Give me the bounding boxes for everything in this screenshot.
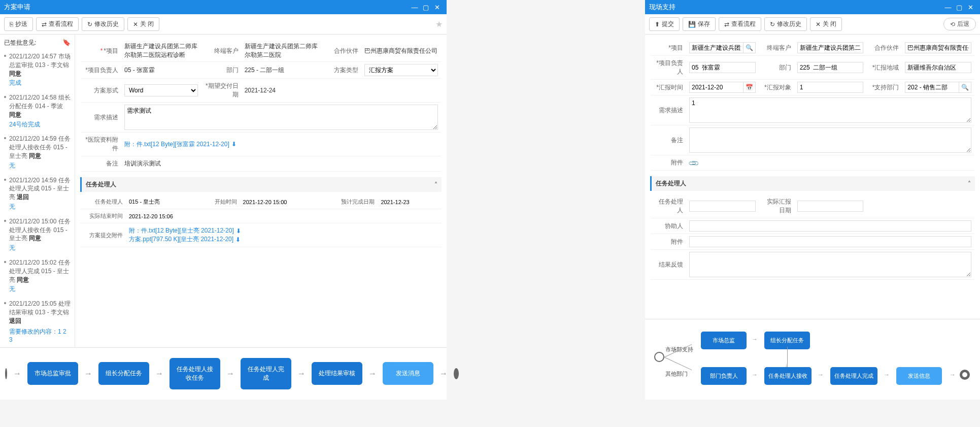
history-link[interactable]: 无	[9, 203, 71, 211]
star-icon[interactable]: ★	[435, 19, 443, 29]
minimize-icon[interactable]: —	[409, 4, 420, 11]
minimize-icon[interactable]: —	[942, 4, 954, 11]
history-item: 2021/12/20 15:05 处理结果审核 013 - 李文锦 退回	[4, 298, 71, 327]
chevron-up-icon[interactable]: ˄	[434, 181, 437, 188]
plan-apply-window: 方案申请 — ▢ ✕ ⎘抄送 ⇄查看流程 ↻修改历史 ✕关 闭 ★ 已签批意见:…	[0, 0, 447, 400]
maximize-icon[interactable]: ▢	[420, 4, 431, 11]
handler-section-header[interactable]: 任务处理人 ˄	[80, 177, 442, 192]
flow-node[interactable]: 任务处理人接收任务	[170, 358, 220, 389]
history-link[interactable]: 24号给完成	[9, 120, 71, 129]
flow-node[interactable]: 任务处理人完成	[241, 358, 291, 389]
history-item: 2021/12/20 14:59 任务处理人完成 015 - 皇士亮 退回无	[4, 174, 71, 215]
calendar-icon[interactable]: 📅	[744, 82, 756, 93]
close-icon[interactable]: ✕	[431, 4, 443, 11]
history-item: 2021/12/20 15:02 任务处理人完成 015 - 皇士亮 同意无	[4, 256, 71, 298]
title-bar: 现场支持 — ▢ ✕	[645, 0, 980, 14]
history-link[interactable]: 无	[9, 161, 71, 170]
close-button[interactable]: ✕关 闭	[127, 17, 159, 31]
report-target-input[interactable]	[797, 82, 864, 93]
maximize-icon[interactable]: ▢	[954, 4, 965, 11]
hosp-attachment-link[interactable]: 附：件.txt[12 Byte][张富霖 2021-12-20] ⬇	[124, 140, 236, 149]
view-flow-button[interactable]: ⇄查看流程	[36, 17, 79, 31]
handler-section-header[interactable]: 任务处理人 ˄	[650, 176, 975, 191]
plan-type-select[interactable]: 汇报方案	[364, 64, 438, 76]
project-value: 新疆生产建设兵团第二师库尔勒第二医院远程诊断	[124, 42, 198, 59]
feedback-textarea[interactable]	[689, 252, 971, 277]
flow-start-icon	[654, 352, 664, 362]
submit-attachment-2[interactable]: 方案.ppt[797.50 K][皇士亮 2021-12-20] ⬇	[129, 235, 241, 244]
search-icon[interactable]: 🔍	[744, 42, 756, 53]
close-button[interactable]: ✕关 闭	[810, 17, 842, 31]
end-customer-input[interactable]	[797, 42, 864, 53]
bookmark-icon[interactable]: 🔖	[62, 39, 71, 46]
close-x-icon: ✕	[133, 21, 138, 28]
toolbar: ⎘抄送 ⇄查看流程 ↻修改历史 ✕关 闭 ★	[0, 14, 447, 35]
chevron-up-icon[interactable]: ˄	[968, 180, 971, 187]
owner-input[interactable]	[689, 62, 756, 73]
flow-node[interactable]: 任务处理人完成	[830, 367, 877, 385]
assist-input[interactable]	[689, 220, 971, 232]
history-item: 2021/12/20 14:57 市场总监审批 013 - 李文锦 同意完成	[4, 50, 71, 91]
save-button[interactable]: 💾保存	[683, 17, 716, 31]
download-icon[interactable]: ⬇	[231, 141, 236, 148]
cc-button[interactable]: ⎘抄送	[4, 17, 33, 31]
flow-node[interactable]: 组长分配任务	[98, 362, 149, 385]
region-input[interactable]	[905, 62, 971, 73]
history-link[interactable]: 完成	[9, 79, 71, 87]
dept-value: 225 - 二部一组	[245, 66, 285, 75]
history-item: 2021/12/20 15:00 任务处理人接收任务 015 - 皇士亮 同意无	[4, 215, 71, 256]
handler-input[interactable]	[689, 201, 756, 212]
attach2-input[interactable]	[689, 236, 971, 247]
history-link[interactable]: 无	[9, 244, 71, 252]
project-input[interactable]	[689, 42, 744, 53]
submit-attachment-1[interactable]: 附：件.txt[12 Byte][皇士亮 2021-12-20] ⬇	[129, 226, 241, 235]
download-icon[interactable]: ⬇	[236, 227, 241, 235]
partner-value: 巴州惠康商贸有限责任公司	[364, 47, 437, 55]
flow-node[interactable]: 市场总监审批	[27, 362, 78, 385]
history-link[interactable]: 无	[9, 285, 71, 293]
req-desc-textarea[interactable]: 1	[689, 97, 971, 123]
flow-node[interactable]: 部门负责人	[701, 367, 747, 385]
owner-value: 05 - 张富霖	[124, 66, 155, 75]
flow-end-icon	[960, 370, 970, 380]
attach-icon[interactable]: 📎	[688, 157, 699, 169]
save-icon: 💾	[688, 21, 696, 28]
remarks-textarea[interactable]	[689, 127, 971, 153]
window-title: 方案申请	[4, 3, 409, 12]
actual-end-value: 2021-12-20 15:06	[126, 209, 442, 223]
flow-node-active[interactable]: 发送信息	[896, 367, 942, 385]
flow-node[interactable]: 任务处理人接收	[764, 367, 812, 385]
download-icon[interactable]: ⬇	[235, 236, 241, 243]
history-item: 2021/12/20 14:58 组长分配任务 014 - 季波 同意24号给完…	[4, 91, 71, 133]
format-select[interactable]: Word	[124, 84, 198, 96]
search-icon[interactable]: 🔍	[959, 82, 971, 93]
close-icon[interactable]: ✕	[965, 4, 976, 11]
upload-icon: ⬆	[655, 21, 660, 28]
history-button[interactable]: ↻修改历史	[764, 17, 807, 31]
support-dept-input[interactable]	[905, 82, 959, 93]
back-button[interactable]: ⟲后退	[943, 18, 976, 30]
flow-node[interactable]: 市场总监	[701, 332, 747, 349]
arrow-icon: →	[11, 369, 23, 378]
req-desc-textarea[interactable]: 需求测试	[124, 105, 438, 130]
remarks-value: 培训演示测试	[124, 159, 161, 168]
share-icon: ⎘	[10, 21, 13, 28]
actual-report-input[interactable]	[797, 201, 864, 212]
view-flow-button[interactable]: ⇄查看流程	[719, 17, 761, 31]
flow-node[interactable]: 处理结果审核	[312, 362, 362, 385]
flow-start-icon	[5, 368, 7, 379]
submit-button[interactable]: ⬆提交	[649, 17, 680, 31]
report-time-input[interactable]	[689, 82, 744, 93]
history-item: 2021/12/20 14:59 任务处理人接收任务 015 - 皇士亮 同意无	[4, 133, 71, 174]
approval-sidebar: 已签批意见:🔖 2021/12/20 14:57 市场总监审批 013 - 李文…	[0, 35, 75, 347]
dept-input[interactable]	[797, 62, 864, 73]
flow-node-active[interactable]: 发送消息	[383, 362, 433, 385]
flow-diagram: → 市场总监审批 → 组长分配任务 → 任务处理人接收任务 → 任务处理人完成 …	[0, 347, 447, 400]
form-main: **项目 新疆生产建设兵团第二师库尔勒第二医院远程诊断 终端客户 新疆生产建设兵…	[75, 35, 447, 347]
close-x-icon: ✕	[816, 21, 821, 28]
window-title: 现场支持	[649, 3, 942, 12]
history-button[interactable]: ↻修改历史	[82, 17, 124, 31]
partner-input[interactable]	[905, 42, 971, 53]
flow-label: 其他部门	[665, 370, 688, 378]
history-icon: ↻	[770, 21, 775, 28]
